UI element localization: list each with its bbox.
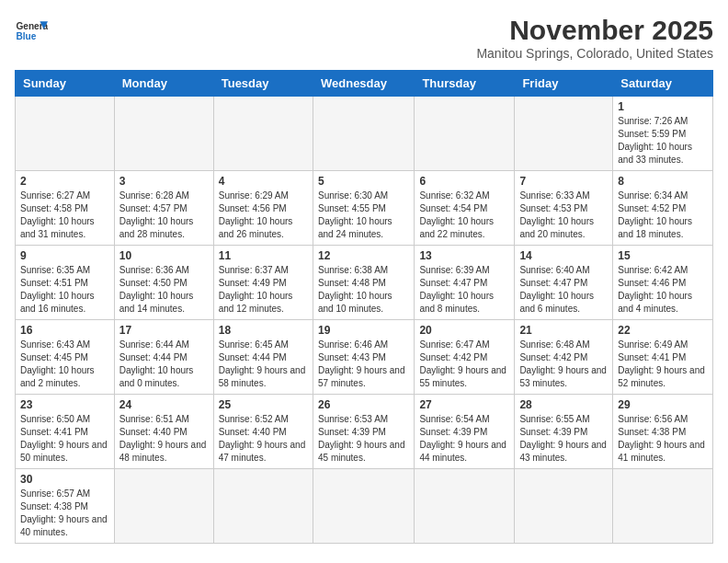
day-number: 27 xyxy=(419,398,509,411)
calendar-day-cell xyxy=(415,469,515,544)
day-number: 14 xyxy=(519,249,608,262)
calendar-day-cell: 9Sunrise: 6:35 AM Sunset: 4:51 PM Daylig… xyxy=(16,246,115,320)
calendar-day-cell: 15Sunrise: 6:42 AM Sunset: 4:46 PM Dayli… xyxy=(613,246,713,320)
calendar-day-cell: 3Sunrise: 6:28 AM Sunset: 4:57 PM Daylig… xyxy=(114,171,213,246)
day-info: Sunrise: 6:56 AM Sunset: 4:38 PM Dayligh… xyxy=(618,413,708,465)
calendar-day-cell: 5Sunrise: 6:30 AM Sunset: 4:55 PM Daylig… xyxy=(313,171,414,246)
day-number: 3 xyxy=(119,175,209,188)
day-number: 11 xyxy=(219,249,308,262)
day-number: 10 xyxy=(119,249,209,262)
calendar-header-row: SundayMondayTuesdayWednesdayThursdayFrid… xyxy=(16,71,713,97)
day-number: 15 xyxy=(618,249,708,262)
calendar-day-cell: 12Sunrise: 6:38 AM Sunset: 4:48 PM Dayli… xyxy=(313,246,414,320)
day-number: 24 xyxy=(119,398,209,411)
calendar-week-row: 16Sunrise: 6:43 AM Sunset: 4:45 PM Dayli… xyxy=(16,320,713,395)
calendar-day-cell xyxy=(213,97,313,171)
day-info: Sunrise: 6:46 AM Sunset: 4:43 PM Dayligh… xyxy=(318,339,409,390)
calendar-day-cell: 4Sunrise: 6:29 AM Sunset: 4:56 PM Daylig… xyxy=(213,171,313,246)
day-info: Sunrise: 6:36 AM Sunset: 4:50 PM Dayligh… xyxy=(119,264,209,316)
month-title: November 2025 xyxy=(476,15,713,46)
day-info: Sunrise: 6:40 AM Sunset: 4:47 PM Dayligh… xyxy=(519,264,608,316)
day-number: 5 xyxy=(318,175,409,188)
day-number: 17 xyxy=(119,324,209,337)
calendar-day-cell: 25Sunrise: 6:52 AM Sunset: 4:40 PM Dayli… xyxy=(213,395,313,469)
day-info: Sunrise: 6:45 AM Sunset: 4:44 PM Dayligh… xyxy=(219,339,308,390)
day-number: 26 xyxy=(318,398,409,411)
calendar-week-row: 2Sunrise: 6:27 AM Sunset: 4:58 PM Daylig… xyxy=(16,171,713,246)
svg-text:Blue: Blue xyxy=(16,31,36,41)
logo-icon: General Blue xyxy=(15,15,48,48)
calendar-day-cell: 28Sunrise: 6:55 AM Sunset: 4:39 PM Dayli… xyxy=(515,395,613,469)
calendar-day-cell: 17Sunrise: 6:44 AM Sunset: 4:44 PM Dayli… xyxy=(114,320,213,395)
calendar-day-cell xyxy=(114,97,213,171)
day-info: Sunrise: 7:26 AM Sunset: 5:59 PM Dayligh… xyxy=(618,115,708,167)
calendar-day-cell: 20Sunrise: 6:47 AM Sunset: 4:42 PM Dayli… xyxy=(415,320,515,395)
day-number: 22 xyxy=(618,324,708,337)
calendar-day-cell: 22Sunrise: 6:49 AM Sunset: 4:41 PM Dayli… xyxy=(613,320,713,395)
calendar-day-cell xyxy=(16,97,115,171)
day-info: Sunrise: 6:39 AM Sunset: 4:47 PM Dayligh… xyxy=(419,264,509,316)
day-number: 12 xyxy=(318,249,409,262)
day-number: 25 xyxy=(219,398,308,411)
logo: General Blue xyxy=(15,15,48,48)
column-header-friday: Friday xyxy=(515,71,613,97)
calendar-day-cell: 19Sunrise: 6:46 AM Sunset: 4:43 PM Dayli… xyxy=(313,320,414,395)
day-info: Sunrise: 6:27 AM Sunset: 4:58 PM Dayligh… xyxy=(20,190,109,241)
day-info: Sunrise: 6:52 AM Sunset: 4:40 PM Dayligh… xyxy=(219,413,308,465)
day-info: Sunrise: 6:32 AM Sunset: 4:54 PM Dayligh… xyxy=(419,190,509,241)
calendar-day-cell xyxy=(415,97,515,171)
day-number: 7 xyxy=(519,175,608,188)
day-info: Sunrise: 6:55 AM Sunset: 4:39 PM Dayligh… xyxy=(519,413,608,465)
calendar-day-cell: 30Sunrise: 6:57 AM Sunset: 4:38 PM Dayli… xyxy=(16,469,115,544)
calendar-day-cell xyxy=(313,469,414,544)
calendar-day-cell xyxy=(114,469,213,544)
calendar-week-row: 30Sunrise: 6:57 AM Sunset: 4:38 PM Dayli… xyxy=(16,469,713,544)
day-info: Sunrise: 6:57 AM Sunset: 4:38 PM Dayligh… xyxy=(20,488,109,539)
calendar-table: SundayMondayTuesdayWednesdayThursdayFrid… xyxy=(15,70,713,544)
day-info: Sunrise: 6:53 AM Sunset: 4:39 PM Dayligh… xyxy=(318,413,409,465)
day-info: Sunrise: 6:54 AM Sunset: 4:39 PM Dayligh… xyxy=(419,413,509,465)
day-info: Sunrise: 6:29 AM Sunset: 4:56 PM Dayligh… xyxy=(219,190,308,241)
column-header-saturday: Saturday xyxy=(613,71,713,97)
day-number: 8 xyxy=(618,175,708,188)
day-info: Sunrise: 6:38 AM Sunset: 4:48 PM Dayligh… xyxy=(318,264,409,316)
calendar-day-cell xyxy=(213,469,313,544)
page-header: General Blue November 2025 Manitou Sprin… xyxy=(15,15,713,61)
calendar-day-cell: 27Sunrise: 6:54 AM Sunset: 4:39 PM Dayli… xyxy=(415,395,515,469)
calendar-day-cell: 16Sunrise: 6:43 AM Sunset: 4:45 PM Dayli… xyxy=(16,320,115,395)
column-header-sunday: Sunday xyxy=(16,71,115,97)
calendar-day-cell xyxy=(613,469,713,544)
calendar-day-cell: 6Sunrise: 6:32 AM Sunset: 4:54 PM Daylig… xyxy=(415,171,515,246)
calendar-day-cell: 24Sunrise: 6:51 AM Sunset: 4:40 PM Dayli… xyxy=(114,395,213,469)
day-info: Sunrise: 6:42 AM Sunset: 4:46 PM Dayligh… xyxy=(618,264,708,316)
calendar-day-cell xyxy=(313,97,414,171)
day-number: 30 xyxy=(20,473,109,486)
calendar-week-row: 1Sunrise: 7:26 AM Sunset: 5:59 PM Daylig… xyxy=(16,97,713,171)
day-info: Sunrise: 6:50 AM Sunset: 4:41 PM Dayligh… xyxy=(20,413,109,465)
location-title: Manitou Springs, Colorado, United States xyxy=(476,46,713,61)
calendar-week-row: 9Sunrise: 6:35 AM Sunset: 4:51 PM Daylig… xyxy=(16,246,713,320)
day-number: 18 xyxy=(219,324,308,337)
calendar-day-cell: 18Sunrise: 6:45 AM Sunset: 4:44 PM Dayli… xyxy=(213,320,313,395)
calendar-day-cell: 21Sunrise: 6:48 AM Sunset: 4:42 PM Dayli… xyxy=(515,320,613,395)
title-area: November 2025 Manitou Springs, Colorado,… xyxy=(476,15,713,61)
calendar-day-cell: 1Sunrise: 7:26 AM Sunset: 5:59 PM Daylig… xyxy=(613,97,713,171)
day-info: Sunrise: 6:51 AM Sunset: 4:40 PM Dayligh… xyxy=(119,413,209,465)
day-number: 23 xyxy=(20,398,109,411)
calendar-day-cell: 10Sunrise: 6:36 AM Sunset: 4:50 PM Dayli… xyxy=(114,246,213,320)
day-number: 28 xyxy=(519,398,608,411)
calendar-day-cell: 2Sunrise: 6:27 AM Sunset: 4:58 PM Daylig… xyxy=(16,171,115,246)
day-info: Sunrise: 6:37 AM Sunset: 4:49 PM Dayligh… xyxy=(219,264,308,316)
calendar-day-cell: 13Sunrise: 6:39 AM Sunset: 4:47 PM Dayli… xyxy=(415,246,515,320)
day-info: Sunrise: 6:33 AM Sunset: 4:53 PM Dayligh… xyxy=(519,190,608,241)
calendar-day-cell: 8Sunrise: 6:34 AM Sunset: 4:52 PM Daylig… xyxy=(613,171,713,246)
day-info: Sunrise: 6:34 AM Sunset: 4:52 PM Dayligh… xyxy=(618,190,708,241)
calendar-day-cell: 29Sunrise: 6:56 AM Sunset: 4:38 PM Dayli… xyxy=(613,395,713,469)
calendar-day-cell: 11Sunrise: 6:37 AM Sunset: 4:49 PM Dayli… xyxy=(213,246,313,320)
column-header-thursday: Thursday xyxy=(415,71,515,97)
day-number: 29 xyxy=(618,398,708,411)
calendar-day-cell: 7Sunrise: 6:33 AM Sunset: 4:53 PM Daylig… xyxy=(515,171,613,246)
day-info: Sunrise: 6:48 AM Sunset: 4:42 PM Dayligh… xyxy=(519,339,608,390)
column-header-monday: Monday xyxy=(114,71,213,97)
column-header-tuesday: Tuesday xyxy=(213,71,313,97)
